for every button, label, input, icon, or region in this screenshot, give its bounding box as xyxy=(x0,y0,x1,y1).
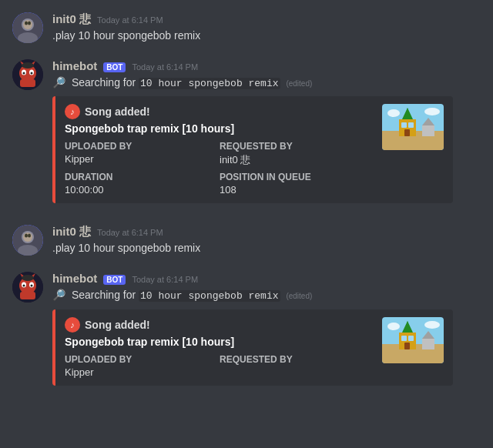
searching-prefix-1: Searching for xyxy=(72,76,139,89)
embed-field-requested-by-2: Requested by xyxy=(220,354,374,378)
embed-song-title-2: Spongebob trap remix [10 hours] xyxy=(65,336,374,348)
message-text-3: .play 10 hour spongebob remix xyxy=(52,241,481,256)
username-4: himebot xyxy=(52,272,97,285)
embed-body-2: ♪ Song added! Spongebob trap remix [10 h… xyxy=(65,317,374,378)
embed-label-position: Position in queue xyxy=(220,172,374,182)
embed-fields-2: Uploaded by Kipper Requested by xyxy=(65,354,374,378)
timestamp-4: Today at 6:14 PM xyxy=(132,275,198,284)
embed-field-requested-by: Requested by init0 悲 xyxy=(220,141,374,167)
svg-point-54 xyxy=(387,323,400,330)
embed-label-requested-by: Requested by xyxy=(220,141,374,152)
svg-point-33 xyxy=(28,234,31,238)
embed-label-uploaded-by: Uploaded by xyxy=(65,141,220,152)
avatar-user-2 xyxy=(12,225,43,256)
embed-label-uploaded-by-2: Uploaded by xyxy=(65,354,220,365)
message-content-1: init0 悲 Today at 6:14 PM .play 10 hour s… xyxy=(52,12,481,44)
message-group-4: himebot BOT Today at 6:14 PM 🔎 Searching… xyxy=(0,259,493,389)
embed-value-uploaded-by-2: Kipper xyxy=(65,366,220,378)
avatar-bot-1 xyxy=(12,59,43,90)
svg-point-4 xyxy=(25,22,28,25)
message-content-2: himebot BOT Today at 6:14 PM 🔎 Searching… xyxy=(52,59,481,204)
svg-point-55 xyxy=(424,321,440,329)
embed-value-uploaded-by: Kipper xyxy=(65,153,220,165)
svg-point-11 xyxy=(23,72,25,74)
embed-value-requested-by: init0 悲 xyxy=(220,153,374,167)
avatar-bot-2 xyxy=(12,272,43,303)
embed-title-row-1: ♪ Song added! xyxy=(65,104,374,119)
embed-field-duration: Duration 10:00:00 xyxy=(65,172,220,196)
edited-tag-2: (edited) xyxy=(286,292,312,300)
svg-point-26 xyxy=(387,109,400,117)
embed-value-duration: 10:00:00 xyxy=(65,184,220,196)
bot-badge-1: BOT xyxy=(103,62,126,72)
svg-rect-22 xyxy=(408,122,414,128)
svg-rect-49 xyxy=(401,336,407,341)
magnifier-icon-2: 🔎 xyxy=(52,289,65,301)
svg-rect-24 xyxy=(422,125,434,136)
svg-rect-50 xyxy=(408,336,414,341)
svg-point-5 xyxy=(28,22,31,25)
message-content-3: init0 悲 Today at 6:14 PM .play 10 hour s… xyxy=(52,225,481,256)
timestamp-2: Today at 6:14 PM xyxy=(132,62,198,72)
edited-tag-1: (edited) xyxy=(286,79,312,88)
search-query-2: 10 hour spongebob remix xyxy=(139,290,280,302)
embed-title-row-2: ♪ Song added! xyxy=(65,317,374,333)
svg-point-40 xyxy=(31,284,33,286)
svg-point-3 xyxy=(23,20,32,29)
svg-point-39 xyxy=(23,284,25,286)
embed-thumbnail-2 xyxy=(382,317,444,363)
search-line-1: 🔎 Searching for 10 hour spongebob remix … xyxy=(52,74,481,92)
timestamp-1: Today at 6:14 PM xyxy=(97,15,163,25)
svg-point-15 xyxy=(22,62,34,69)
bot-badge-2: BOT xyxy=(103,275,126,285)
svg-point-43 xyxy=(22,275,34,281)
username-2: himebot xyxy=(52,59,97,72)
message-text-1: .play 10 hour spongebob remix xyxy=(52,28,481,44)
svg-point-32 xyxy=(25,234,28,238)
svg-point-12 xyxy=(31,72,33,74)
message-group-3: init0 悲 Today at 6:14 PM .play 10 hour s… xyxy=(0,212,493,259)
message-header-2: himebot BOT Today at 6:14 PM xyxy=(52,59,481,72)
message-header-4: himebot BOT Today at 6:14 PM xyxy=(52,272,481,285)
embed-card-2: ♪ Song added! Spongebob trap remix [10 h… xyxy=(52,309,453,386)
embed-song-added-1: Song added! xyxy=(85,105,150,118)
message-header-3: init0 悲 Today at 6:14 PM xyxy=(52,225,481,239)
embed-label-requested-by-2: Requested by xyxy=(220,354,374,365)
embed-value-position: 108 xyxy=(220,184,374,196)
music-icon-1: ♪ xyxy=(65,104,80,119)
divider-1 xyxy=(0,206,493,212)
embed-fields-1: Uploaded by Kipper Requested by init0 悲 … xyxy=(65,141,374,196)
svg-rect-51 xyxy=(404,343,410,349)
svg-rect-8 xyxy=(20,79,35,87)
timestamp-3: Today at 6:14 PM xyxy=(97,228,163,237)
embed-song-title-1: Spongebob trap remix [10 hours] xyxy=(65,122,374,135)
music-icon-2: ♪ xyxy=(65,317,80,333)
username-1: init0 悲 xyxy=(52,12,91,27)
embed-field-position: Position in queue 108 xyxy=(220,172,374,196)
message-content-4: himebot BOT Today at 6:14 PM 🔎 Searching… xyxy=(52,272,481,386)
svg-rect-36 xyxy=(20,292,35,299)
message-group-2: himebot BOT Today at 6:14 PM 🔎 Searching… xyxy=(0,47,493,207)
username-3: init0 悲 xyxy=(52,225,91,239)
searching-prefix-2: Searching for xyxy=(72,289,139,301)
magnifier-icon-1: 🔎 xyxy=(52,76,65,89)
svg-rect-52 xyxy=(422,339,434,349)
embed-body-1: ♪ Song added! Spongebob trap remix [10 h… xyxy=(65,104,374,196)
embed-field-uploaded-by-2: Uploaded by Kipper xyxy=(65,354,220,378)
search-query-1: 10 hour spongebob remix xyxy=(139,78,280,89)
svg-point-27 xyxy=(424,108,440,115)
embed-field-uploaded-by: Uploaded by Kipper xyxy=(65,141,220,167)
embed-thumbnail-1 xyxy=(382,104,444,150)
avatar-user-1 xyxy=(12,12,43,43)
message-header-1: init0 悲 Today at 6:14 PM xyxy=(52,12,481,27)
embed-song-added-2: Song added! xyxy=(85,319,150,331)
message-group-1: init0 悲 Today at 6:14 PM .play 10 hour s… xyxy=(0,0,493,47)
search-line-2: 🔎 Searching for 10 hour spongebob remix … xyxy=(52,286,481,305)
embed-label-duration: Duration xyxy=(65,172,220,182)
svg-rect-21 xyxy=(401,122,407,128)
embed-card-1: ♪ Song added! Spongebob trap remix [10 h… xyxy=(52,96,453,203)
svg-rect-23 xyxy=(404,129,410,136)
svg-point-31 xyxy=(23,232,32,242)
